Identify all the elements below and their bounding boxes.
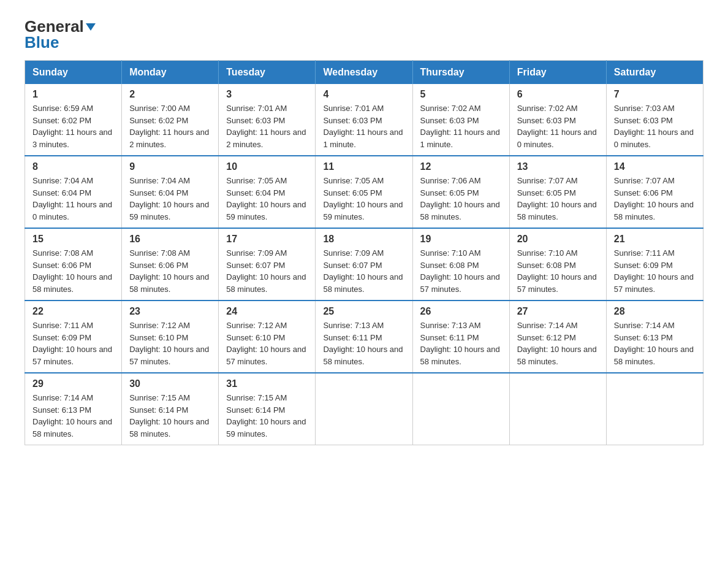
day-number: 31 [226, 378, 308, 389]
calendar-cell: 28Sunrise: 7:14 AMSunset: 6:13 PMDayligh… [606, 301, 703, 373]
column-header-sunday: Sunday [25, 61, 122, 85]
day-info: Sunrise: 7:04 AMSunset: 6:04 PMDaylight:… [32, 175, 114, 223]
calendar-cell [509, 373, 606, 445]
column-header-wednesday: Wednesday [316, 61, 412, 85]
day-number: 1 [32, 89, 114, 100]
day-info: Sunrise: 7:09 AMSunset: 6:07 PMDaylight:… [323, 247, 404, 295]
day-number: 26 [420, 306, 502, 317]
day-number: 4 [323, 89, 404, 100]
day-number: 7 [614, 89, 696, 100]
calendar-cell: 22Sunrise: 7:11 AMSunset: 6:09 PMDayligh… [25, 301, 122, 373]
day-number: 14 [614, 161, 696, 172]
day-number: 25 [323, 306, 404, 317]
logo-general-text: General [25, 18, 96, 34]
calendar-cell: 25Sunrise: 7:13 AMSunset: 6:11 PMDayligh… [316, 301, 412, 373]
day-info: Sunrise: 7:05 AMSunset: 6:04 PMDaylight:… [226, 175, 308, 223]
day-number: 28 [614, 306, 696, 317]
day-number: 27 [517, 306, 599, 317]
calendar-cell: 31Sunrise: 7:15 AMSunset: 6:14 PMDayligh… [219, 373, 316, 445]
calendar-cell: 10Sunrise: 7:05 AMSunset: 6:04 PMDayligh… [219, 156, 316, 228]
calendar-cell: 15Sunrise: 7:08 AMSunset: 6:06 PMDayligh… [25, 228, 122, 301]
day-number: 17 [226, 234, 308, 245]
calendar-cell: 18Sunrise: 7:09 AMSunset: 6:07 PMDayligh… [316, 228, 412, 301]
day-number: 6 [517, 89, 599, 100]
day-number: 3 [226, 89, 308, 100]
day-number: 24 [226, 306, 308, 317]
day-info: Sunrise: 7:10 AMSunset: 6:08 PMDaylight:… [420, 247, 502, 295]
day-info: Sunrise: 7:03 AMSunset: 6:03 PMDaylight:… [614, 102, 696, 150]
day-info: Sunrise: 6:59 AMSunset: 6:02 PMDaylight:… [32, 102, 114, 150]
day-info: Sunrise: 7:07 AMSunset: 6:05 PMDaylight:… [517, 175, 599, 223]
day-info: Sunrise: 7:15 AMSunset: 6:14 PMDaylight:… [129, 392, 211, 440]
day-number: 8 [32, 161, 114, 172]
calendar-week-row: 8Sunrise: 7:04 AMSunset: 6:04 PMDaylight… [25, 156, 703, 228]
calendar-table: SundayMondayTuesdayWednesdayThursdayFrid… [25, 60, 703, 445]
calendar-cell: 23Sunrise: 7:12 AMSunset: 6:10 PMDayligh… [122, 301, 219, 373]
calendar-header-row: SundayMondayTuesdayWednesdayThursdayFrid… [25, 61, 703, 85]
day-info: Sunrise: 7:13 AMSunset: 6:11 PMDaylight:… [420, 320, 502, 367]
calendar-cell: 3Sunrise: 7:01 AMSunset: 6:03 PMDaylight… [219, 84, 316, 156]
day-info: Sunrise: 7:08 AMSunset: 6:06 PMDaylight:… [32, 247, 114, 295]
day-info: Sunrise: 7:05 AMSunset: 6:05 PMDaylight:… [323, 175, 404, 223]
calendar-cell: 19Sunrise: 7:10 AMSunset: 6:08 PMDayligh… [412, 228, 509, 301]
calendar-cell: 29Sunrise: 7:14 AMSunset: 6:13 PMDayligh… [25, 373, 122, 445]
calendar-cell [316, 373, 412, 445]
day-number: 18 [323, 234, 404, 245]
day-number: 23 [129, 306, 211, 317]
day-info: Sunrise: 7:02 AMSunset: 6:03 PMDaylight:… [420, 102, 502, 150]
calendar-cell: 12Sunrise: 7:06 AMSunset: 6:05 PMDayligh… [412, 156, 509, 228]
day-info: Sunrise: 7:08 AMSunset: 6:06 PMDaylight:… [129, 247, 211, 295]
day-number: 13 [517, 161, 599, 172]
day-number: 19 [420, 234, 502, 245]
day-number: 2 [129, 89, 211, 100]
day-number: 15 [32, 234, 114, 245]
page-header: General Blue [25, 18, 703, 50]
day-info: Sunrise: 7:02 AMSunset: 6:03 PMDaylight:… [517, 102, 599, 150]
day-number: 16 [129, 234, 211, 245]
column-header-tuesday: Tuesday [219, 61, 316, 85]
calendar-cell: 14Sunrise: 7:07 AMSunset: 6:06 PMDayligh… [606, 156, 703, 228]
logo: General Blue [25, 18, 96, 50]
day-number: 29 [32, 378, 114, 389]
day-info: Sunrise: 7:14 AMSunset: 6:13 PMDaylight:… [32, 392, 114, 440]
calendar-cell: 8Sunrise: 7:04 AMSunset: 6:04 PMDaylight… [25, 156, 122, 228]
calendar-cell: 1Sunrise: 6:59 AMSunset: 6:02 PMDaylight… [25, 84, 122, 156]
calendar-cell: 6Sunrise: 7:02 AMSunset: 6:03 PMDaylight… [509, 84, 606, 156]
calendar-cell: 20Sunrise: 7:10 AMSunset: 6:08 PMDayligh… [509, 228, 606, 301]
column-header-saturday: Saturday [606, 61, 703, 85]
column-header-friday: Friday [509, 61, 606, 85]
day-info: Sunrise: 7:00 AMSunset: 6:02 PMDaylight:… [129, 102, 211, 150]
day-number: 9 [129, 161, 211, 172]
day-info: Sunrise: 7:09 AMSunset: 6:07 PMDaylight:… [226, 247, 308, 295]
day-number: 30 [129, 378, 211, 389]
day-info: Sunrise: 7:12 AMSunset: 6:10 PMDaylight:… [129, 320, 211, 367]
day-number: 22 [32, 306, 114, 317]
calendar-week-row: 22Sunrise: 7:11 AMSunset: 6:09 PMDayligh… [25, 301, 703, 373]
calendar-cell: 24Sunrise: 7:12 AMSunset: 6:10 PMDayligh… [219, 301, 316, 373]
day-info: Sunrise: 7:14 AMSunset: 6:12 PMDaylight:… [517, 320, 599, 367]
logo-blue-text: Blue [25, 33, 59, 52]
calendar-cell: 13Sunrise: 7:07 AMSunset: 6:05 PMDayligh… [509, 156, 606, 228]
day-info: Sunrise: 7:06 AMSunset: 6:05 PMDaylight:… [420, 175, 502, 223]
column-header-thursday: Thursday [412, 61, 509, 85]
day-info: Sunrise: 7:11 AMSunset: 6:09 PMDaylight:… [32, 320, 114, 367]
day-number: 11 [323, 161, 404, 172]
calendar-cell: 2Sunrise: 7:00 AMSunset: 6:02 PMDaylight… [122, 84, 219, 156]
day-number: 10 [226, 161, 308, 172]
day-info: Sunrise: 7:14 AMSunset: 6:13 PMDaylight:… [614, 320, 696, 367]
calendar-cell: 16Sunrise: 7:08 AMSunset: 6:06 PMDayligh… [122, 228, 219, 301]
day-info: Sunrise: 7:07 AMSunset: 6:06 PMDaylight:… [614, 175, 696, 223]
calendar-cell: 4Sunrise: 7:01 AMSunset: 6:03 PMDaylight… [316, 84, 412, 156]
calendar-cell: 27Sunrise: 7:14 AMSunset: 6:12 PMDayligh… [509, 301, 606, 373]
calendar-cell [606, 373, 703, 445]
day-info: Sunrise: 7:04 AMSunset: 6:04 PMDaylight:… [129, 175, 211, 223]
day-number: 12 [420, 161, 502, 172]
calendar-week-row: 29Sunrise: 7:14 AMSunset: 6:13 PMDayligh… [25, 373, 703, 445]
calendar-cell: 21Sunrise: 7:11 AMSunset: 6:09 PMDayligh… [606, 228, 703, 301]
calendar-week-row: 1Sunrise: 6:59 AMSunset: 6:02 PMDaylight… [25, 84, 703, 156]
day-info: Sunrise: 7:15 AMSunset: 6:14 PMDaylight:… [226, 392, 308, 440]
day-info: Sunrise: 7:01 AMSunset: 6:03 PMDaylight:… [226, 102, 308, 150]
day-number: 20 [517, 234, 599, 245]
column-header-monday: Monday [122, 61, 219, 85]
calendar-cell: 17Sunrise: 7:09 AMSunset: 6:07 PMDayligh… [219, 228, 316, 301]
